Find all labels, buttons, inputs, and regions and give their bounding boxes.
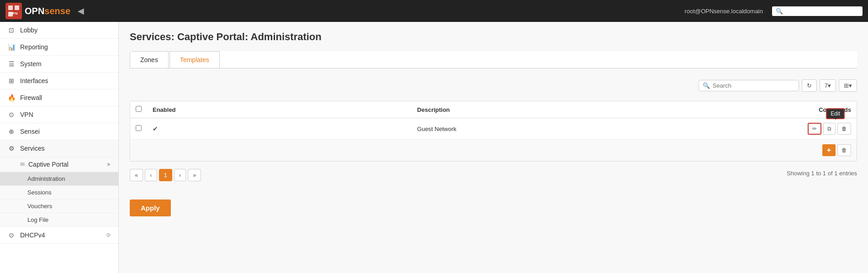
administration-label: Administration — [27, 175, 65, 182]
sidebar-item-vpn[interactable]: ⊙ VPN — [0, 106, 118, 123]
navbar-brand: OPN OPNsense — [5, 3, 70, 19]
tab-zones[interactable]: Zones — [130, 51, 169, 68]
next-page-button[interactable]: › — [174, 169, 186, 181]
services-icon: ⚙ — [7, 145, 16, 152]
sidebar-item-dhcpv4[interactable]: ⊙ DHCPv4 ⚙ — [0, 227, 118, 244]
sidebar-sub-captive-portal: ✉ Captive Portal ➤ Administration Sessio… — [0, 157, 118, 227]
sidebar-sub-item-captive-portal[interactable]: ✉ Captive Portal ➤ — [0, 157, 118, 172]
layout: ⊡ Lobby 📊 Reporting ☰ System ⊞ Interface… — [0, 22, 868, 273]
toolbar-search-input[interactable] — [713, 82, 795, 89]
zones-table: Enabled Description Commands ✔ Guest Net… — [130, 101, 857, 161]
sidebar-item-label-reporting: Reporting — [20, 43, 48, 51]
svg-rect-2 — [15, 5, 19, 10]
system-icon: ☰ — [7, 60, 16, 68]
lobby-icon: ⊡ — [7, 26, 16, 34]
navbar-user: root@OPNsense.localdomain — [685, 8, 763, 15]
reporting-icon: 📊 — [7, 43, 16, 51]
navbar-logo: OPN — [5, 3, 22, 19]
th-description: Description — [412, 101, 802, 118]
sidebar-item-label-services: Services — [20, 145, 45, 152]
page-1-button[interactable]: 1 — [159, 169, 172, 181]
interfaces-icon: ⊞ — [7, 77, 16, 84]
navbar-title-text: OPNsense — [25, 6, 70, 16]
row-checkbox-cell — [130, 118, 147, 140]
vpn-icon: ⊙ — [7, 111, 16, 118]
sidebar-item-firewall[interactable]: 🔥 Firewall — [0, 89, 118, 106]
pagination: « ‹ 1 › » — [130, 169, 201, 181]
th-checkbox — [130, 101, 147, 118]
last-page-button[interactable]: » — [188, 169, 201, 181]
copy-button[interactable]: ⧉ — [823, 123, 836, 135]
sidebar-sub-sub-item-sessions[interactable]: Sessions — [0, 186, 118, 200]
entries-info: Showing 1 to 1 of 1 entries — [787, 170, 857, 177]
navbar-search-input[interactable] — [786, 8, 859, 15]
captive-portal-icon: ✉ — [20, 161, 25, 168]
captive-portal-send-icon: ➤ — [106, 161, 111, 168]
sidebar-item-label-sensei: Sensei — [20, 128, 40, 135]
toolbar-search-box: 🔍 — [699, 80, 799, 91]
count-button[interactable]: 7▾ — [820, 79, 836, 92]
add-actions: + 🗑 — [807, 144, 851, 156]
sidebar-item-label-vpn: VPN — [20, 111, 33, 118]
pagination-row: « ‹ 1 › » Showing 1 to 1 of 1 entries — [130, 169, 857, 190]
page-title: Services: Captive Portal: Administration — [130, 31, 857, 43]
sidebar-item-sensei[interactable]: ⊕ Sensei — [0, 123, 118, 140]
sensei-icon: ⊕ — [7, 128, 16, 135]
navbar-search-icon: 🔍 — [776, 8, 783, 15]
add-delete-button[interactable]: 🗑 — [837, 144, 851, 156]
table-row: ✔ Guest Network Edit ✏ ⧉ 🗑 — [130, 118, 857, 140]
apply-button[interactable]: Apply — [130, 200, 171, 216]
sidebar-item-label-dhcpv4: DHCPv4 — [20, 231, 45, 239]
dhcpv4-settings-icon: ⚙ — [106, 232, 111, 238]
edit-button[interactable]: ✏ — [808, 123, 821, 135]
log-file-label: Log File — [27, 216, 48, 223]
row-checkbox[interactable] — [136, 125, 142, 131]
add-button[interactable]: + — [822, 144, 836, 156]
row-enabled-cell: ✔ — [147, 118, 412, 140]
refresh-button[interactable]: ↻ — [802, 79, 817, 92]
columns-button[interactable]: ⊞▾ — [839, 79, 857, 92]
svg-text:OPN: OPN — [10, 11, 18, 16]
action-buttons: Edit ✏ ⧉ 🗑 — [807, 123, 851, 135]
sidebar-sub-label-captive-portal: Captive Portal — [28, 161, 69, 168]
sidebar-toggle-button[interactable]: ◀ — [78, 6, 84, 16]
sidebar-sub-sub-item-log-file[interactable]: Log File — [0, 213, 118, 227]
add-row-spacer — [130, 140, 802, 161]
tab-templates[interactable]: Templates — [169, 51, 220, 68]
table-header-row: Enabled Description Commands — [130, 101, 857, 118]
sidebar-item-system[interactable]: ☰ System — [0, 56, 118, 73]
first-page-button[interactable]: « — [130, 169, 143, 181]
toolbar: 🔍 ↻ 7▾ ⊞▾ — [130, 76, 857, 95]
table-container: Enabled Description Commands ✔ Guest Net… — [130, 101, 857, 162]
sidebar: ⊡ Lobby 📊 Reporting ☰ System ⊞ Interface… — [0, 22, 119, 273]
navbar: OPN OPNsense ◀ root@OPNsense.localdomain… — [0, 0, 868, 22]
select-all-checkbox[interactable] — [136, 106, 142, 112]
sidebar-sub-sub-item-vouchers[interactable]: Vouchers — [0, 200, 118, 213]
sidebar-item-label-firewall: Firewall — [20, 94, 42, 101]
navbar-search-box: 🔍 — [772, 6, 863, 16]
edit-tooltip: Edit — [826, 108, 845, 119]
brand-opn: OPN — [25, 6, 44, 16]
delete-button[interactable]: 🗑 — [837, 123, 851, 135]
columns-icon: ⊞▾ — [844, 82, 852, 89]
brand-sense: sense — [44, 6, 70, 16]
th-enabled: Enabled — [147, 101, 412, 118]
row-description-cell: Guest Network — [412, 118, 802, 140]
vouchers-label: Vouchers — [27, 203, 52, 210]
sidebar-sub-sub-item-administration[interactable]: Administration — [0, 172, 118, 186]
firewall-icon: 🔥 — [7, 94, 16, 101]
enabled-checkmark: ✔ — [153, 125, 158, 132]
sidebar-item-label-interfaces: Interfaces — [20, 77, 48, 84]
sidebar-item-interfaces[interactable]: ⊞ Interfaces — [0, 73, 118, 89]
main-content: Services: Captive Portal: Administration… — [119, 22, 868, 273]
sidebar-item-reporting[interactable]: 📊 Reporting — [0, 39, 118, 56]
add-row: + 🗑 — [130, 140, 857, 161]
sidebar-item-label-lobby: Lobby — [20, 26, 37, 34]
sidebar-item-services[interactable]: ⚙ Services — [0, 140, 118, 157]
svg-rect-0 — [8, 5, 13, 10]
prev-page-button[interactable]: ‹ — [145, 169, 157, 181]
sidebar-item-lobby[interactable]: ⊡ Lobby — [0, 22, 118, 39]
dhcpv4-icon: ⊙ — [7, 231, 16, 239]
add-row-action: + 🗑 — [802, 140, 857, 161]
toolbar-search-icon: 🔍 — [703, 82, 710, 89]
